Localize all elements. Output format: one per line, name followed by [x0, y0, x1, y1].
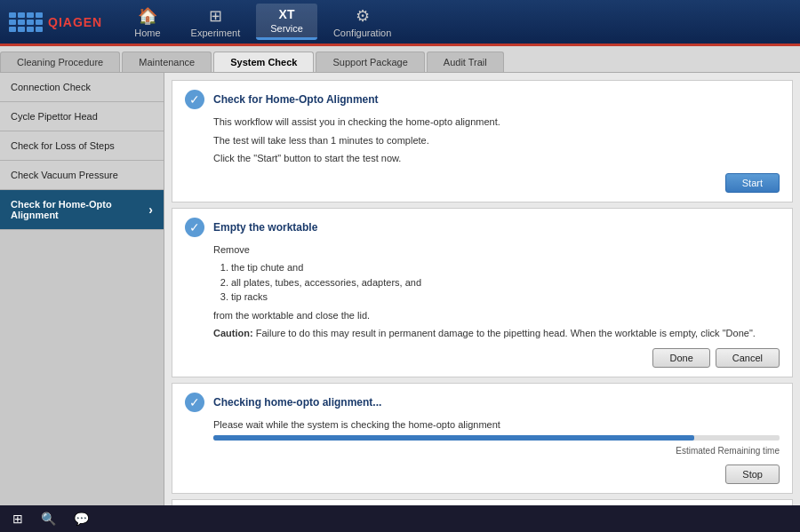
main-content: Connection Check Cycle Pipettor Head Che… — [0, 73, 800, 532]
logo-area: QIAGEN — [9, 12, 102, 32]
logo-dots — [9, 12, 43, 32]
caution-label: Caution: — [213, 328, 253, 338]
taskbar: ⊞ 🔍 💬 — [0, 505, 800, 532]
sidebar-loss-label: Check for Loss of Steps — [11, 140, 115, 151]
tab-maintenance[interactable]: Maintenance — [122, 52, 212, 72]
content-area: ✓ Check for Home-Opto Alignment This wor… — [164, 73, 800, 532]
step3-header: ✓ Checking home-opto alignment... — [185, 393, 780, 412]
nav-configuration[interactable]: ⚙ Configuration — [319, 3, 405, 42]
tab-bar: Cleaning Procedure Maintenance System Ch… — [0, 46, 800, 73]
sidebar-item-connection[interactable]: Connection Check — [0, 73, 164, 102]
experiment-icon: ⊞ — [209, 6, 222, 26]
tab-cleaning[interactable]: Cleaning Procedure — [0, 52, 120, 72]
nav-experiment-label: Experiment — [191, 28, 241, 38]
nav-items: 🏠 Home ⊞ Experiment XT Service ⚙ Configu… — [120, 3, 791, 42]
step2-check-icon: ✓ — [185, 218, 204, 237]
caution-text: Failure to do this may result in permane… — [253, 328, 756, 338]
service-icon: XT — [279, 7, 295, 21]
progress-section: Estimated Remaining time — [213, 435, 780, 457]
step2-header: ✓ Empty the worktable — [185, 218, 780, 237]
done-button[interactable]: Done — [652, 348, 709, 368]
sidebar-homeopto-label: Check for Home-Opto Alignment — [11, 199, 148, 220]
home-icon: 🏠 — [138, 6, 157, 26]
stop-button[interactable]: Stop — [725, 465, 780, 484]
step3-body: Please wait while the system is checking… — [213, 417, 780, 485]
sidebar-item-homeopto[interactable]: Check for Home-Opto Alignment › — [0, 190, 164, 230]
step3-actions: Stop — [213, 465, 780, 484]
step2-outro: from the worktable and close the lid. — [213, 308, 780, 323]
step1-body: This workflow will assist you in checkin… — [213, 115, 780, 193]
step1-header: ✓ Check for Home-Opto Alignment — [185, 90, 780, 109]
progress-bar-container — [213, 435, 780, 441]
step1-line1: This workflow will assist you in checkin… — [213, 115, 780, 130]
step2-list: the tip chute and all plates, tubes, acc… — [231, 260, 780, 305]
step-card-2: ✓ Empty the worktable Remove the tip chu… — [172, 208, 793, 377]
sidebar-connection-label: Connection Check — [11, 82, 91, 92]
step-card-1: ✓ Check for Home-Opto Alignment This wor… — [172, 80, 793, 202]
step1-line3: Click the "Start" button to start the te… — [213, 151, 780, 166]
sidebar-cycle-label: Cycle Pipettor Head — [11, 111, 98, 122]
step1-actions: Start — [213, 173, 780, 193]
top-nav: QIAGEN 🏠 Home ⊞ Experiment XT Service ⚙ … — [0, 0, 800, 46]
sidebar: Connection Check Cycle Pipettor Head Che… — [0, 73, 164, 532]
step3-check-icon: ✓ — [185, 393, 204, 412]
step3-title: Checking home-opto alignment... — [213, 396, 381, 409]
logo-text: QIAGEN — [48, 15, 102, 29]
nav-service[interactable]: XT Service — [256, 4, 317, 40]
tab-systemcheck[interactable]: System Check — [213, 52, 314, 72]
active-arrow-icon: › — [148, 202, 153, 217]
step1-title: Check for Home-Opto Alignment — [213, 93, 379, 106]
step1-check-icon: ✓ — [185, 90, 204, 109]
sidebar-item-loss[interactable]: Check for Loss of Steps — [0, 131, 164, 161]
remaining-label: Estimated Remaining time — [213, 444, 780, 457]
tab-audit[interactable]: Audit Trail — [427, 52, 504, 72]
sidebar-item-cycle[interactable]: Cycle Pipettor Head — [0, 102, 164, 131]
tab-support[interactable]: Support Package — [316, 52, 424, 72]
nav-experiment[interactable]: ⊞ Experiment — [177, 3, 255, 42]
sidebar-vacuum-label: Check Vacuum Pressure — [11, 170, 118, 180]
taskbar-start-icon[interactable]: ⊞ — [7, 510, 28, 528]
nav-home-label: Home — [134, 28, 160, 38]
step2-intro: Remove — [213, 242, 780, 258]
nav-configuration-label: Configuration — [333, 28, 391, 38]
cancel-button[interactable]: Cancel — [716, 348, 780, 368]
step2-body: Remove the tip chute and all plates, tub… — [213, 242, 780, 368]
nav-service-label: Service — [270, 23, 303, 34]
list-item-3: tip racks — [231, 290, 780, 305]
step3-line1: Please wait while the system is checking… — [213, 417, 780, 433]
progress-bar-fill — [213, 435, 694, 441]
list-item-2: all plates, tubes, accessories, adapters… — [231, 275, 780, 290]
step2-actions: Done Cancel — [213, 348, 780, 368]
taskbar-chat-icon[interactable]: 💬 — [68, 510, 94, 528]
configuration-icon: ⚙ — [356, 6, 370, 26]
step1-line2: The test will take less than 1 minutes t… — [213, 133, 780, 148]
step2-title: Empty the worktable — [213, 221, 317, 234]
sidebar-item-vacuum[interactable]: Check Vacuum Pressure — [0, 161, 164, 190]
list-item-1: the tip chute and — [231, 260, 780, 275]
step-card-3: ✓ Checking home-opto alignment... Please… — [172, 383, 793, 495]
start-button[interactable]: Start — [725, 173, 780, 193]
taskbar-search-icon[interactable]: 🔍 — [36, 510, 61, 528]
nav-home[interactable]: 🏠 Home — [120, 3, 174, 42]
step2-caution: Caution: Failure to do this may result i… — [213, 326, 780, 341]
